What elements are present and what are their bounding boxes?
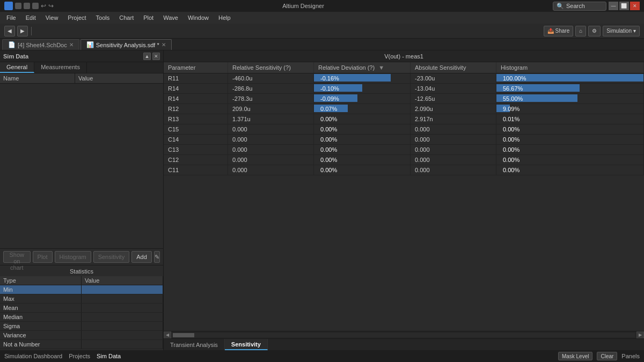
histogram-label: 55.00% <box>501 95 523 102</box>
cell-histogram: 0.00% <box>496 145 644 154</box>
stats-row-nan[interactable]: Not a Number <box>0 340 163 349</box>
bottom-scrollbar[interactable]: ◀ ▶ <box>164 331 644 338</box>
settings-button[interactable]: ⚙ <box>588 26 601 36</box>
tab-close-sensitivity[interactable]: ✕ <box>162 42 166 48</box>
table-row[interactable]: R14-286.8u-0.10%-13.04u56.67% <box>164 84 644 94</box>
left-tab-general[interactable]: General <box>0 62 34 73</box>
menu-file[interactable]: File <box>2 13 20 22</box>
cell-relative-sensitivity: 0.000 <box>228 165 314 175</box>
simulation-button[interactable]: Simulation ▾ <box>603 26 640 36</box>
stats-type-variance: Variance <box>0 331 82 339</box>
home-button[interactable]: ⌂ <box>575 26 586 36</box>
cell-relative-sensitivity: -278.3u <box>228 94 314 104</box>
col-rel-dev-label: Relative Deviation (?) <box>318 64 375 71</box>
tab-icon-sheet4: 📄 <box>8 41 16 48</box>
stats-row-mean[interactable]: Mean <box>0 304 163 313</box>
table-row[interactable]: C150.0000.00%0.0000.00% <box>164 124 644 135</box>
menu-project[interactable]: Project <box>63 13 90 22</box>
scroll-left-button[interactable]: ◀ <box>164 331 171 339</box>
share-button[interactable]: 📤 Share <box>544 26 574 36</box>
cell-relative-sensitivity: -460.0u <box>228 73 314 83</box>
menu-wave[interactable]: Wave <box>159 13 182 22</box>
tab-icon-sensitivity: 📊 <box>86 41 94 48</box>
undo-icon[interactable]: ↩ <box>41 2 46 10</box>
table-row[interactable]: C130.0000.00%0.0000.00% <box>164 145 644 155</box>
deviation-label: 0.00% <box>318 146 337 153</box>
sort-arrow-icon[interactable]: ▼ <box>378 64 384 71</box>
edit-button[interactable]: ✎ <box>154 251 160 263</box>
cell-parameter: R13 <box>164 114 228 124</box>
share-icon: 📤 <box>547 28 554 34</box>
icon3 <box>24 3 30 9</box>
status-projects[interactable]: Projects <box>69 353 90 359</box>
cell-absolute-sensitivity: 2.917n <box>411 114 496 124</box>
stats-row-median[interactable]: Median <box>0 313 163 322</box>
histogram-button[interactable]: Histogram <box>55 251 91 263</box>
cell-relative-deviation: 0.00% <box>314 114 411 124</box>
tab-sheet4[interactable]: 📄 [4] Sheet4.SchDoc ✕ <box>2 39 79 50</box>
close-button[interactable]: ✕ <box>630 2 640 10</box>
cell-parameter: C13 <box>164 145 228 154</box>
plot-button[interactable]: Plot <box>33 251 53 263</box>
left-tab-measurements[interactable]: Measurements <box>34 62 87 73</box>
menu-plot[interactable]: Plot <box>139 13 158 22</box>
toolbar: ◀ ▶ 📤 Share ⌂ ⚙ Simulation ▾ <box>0 24 644 39</box>
maximize-button[interactable]: ⬜ <box>619 2 629 10</box>
cell-parameter: C14 <box>164 135 228 144</box>
scroll-thumb[interactable] <box>173 333 194 337</box>
table-row[interactable]: R14-278.3u-0.09%-12.65u55.00% <box>164 94 644 104</box>
share-label: Share <box>555 28 570 34</box>
clear-button[interactable]: Clear <box>597 352 617 360</box>
cell-relative-sensitivity: -286.8u <box>228 84 314 93</box>
table-row[interactable]: C110.0000.00%0.0000.00% <box>164 165 644 175</box>
panel-close-button[interactable]: ✕ <box>152 53 160 60</box>
tab-sensitivity[interactable]: 📊 Sensitivity Analysis.sdf * ✕ <box>80 39 172 50</box>
toolbar-separator <box>31 27 32 35</box>
search-icon: 🔍 <box>557 3 564 10</box>
menu-chart[interactable]: Chart <box>115 13 138 22</box>
bottom-tab-sensitivity[interactable]: Sensitivity <box>225 339 268 350</box>
menu-help[interactable]: Help <box>214 13 235 22</box>
stats-row-sigma[interactable]: Sigma <box>0 322 163 331</box>
sim-data-title: Sim Data <box>3 53 28 60</box>
panel-float-button[interactable]: ▲ <box>143 53 151 60</box>
scroll-track[interactable] <box>173 333 635 337</box>
sensitivity-button[interactable]: Sensitivity <box>93 251 130 263</box>
status-sim-data[interactable]: Sim Data <box>97 353 121 359</box>
stats-row-max[interactable]: Max <box>0 294 163 304</box>
cell-relative-sensitivity: 209.0u <box>228 104 314 114</box>
tab-close-sheet4[interactable]: ✕ <box>69 42 74 48</box>
stats-type-mean: Mean <box>0 304 82 312</box>
bottom-tab-transient[interactable]: Transient Analysis <box>164 339 225 350</box>
cell-absolute-sensitivity: 0.000 <box>411 124 496 134</box>
nav-forward-button[interactable]: ▶ <box>17 26 28 36</box>
table-row[interactable]: R11-460.0u-0.16%-23.00u100.00% <box>164 73 644 84</box>
cell-absolute-sensitivity: 0.000 <box>411 155 496 165</box>
menu-tools[interactable]: Tools <box>92 13 114 22</box>
table-row[interactable]: C140.0000.00%0.0000.00% <box>164 135 644 145</box>
menu-edit[interactable]: Edit <box>21 13 40 22</box>
deviation-label: 0.00% <box>318 126 337 132</box>
scroll-right-button[interactable]: ▶ <box>636 331 644 339</box>
nav-back-button[interactable]: ◀ <box>4 26 15 36</box>
sensitivity-header: V(out) - meas1 <box>164 50 644 62</box>
menu-window[interactable]: Window <box>184 13 213 22</box>
stats-row-variance[interactable]: Variance <box>0 331 163 340</box>
col-absolute-sensitivity: Absolute Sensitivity <box>411 62 496 73</box>
cell-absolute-sensitivity: 0.000 <box>411 135 496 144</box>
menu-view[interactable]: View <box>41 13 63 22</box>
mask-level-button[interactable]: Mask Level <box>558 352 593 360</box>
table-row[interactable]: R12209.0u0.07%2.090u9.09% <box>164 104 644 114</box>
search-bar[interactable]: 🔍 Search <box>553 2 606 11</box>
redo-icon[interactable]: ↪ <box>48 2 54 10</box>
cell-relative-deviation: -0.16% <box>314 73 411 83</box>
table-row[interactable]: R131.371u0.00%2.917n0.01% <box>164 114 644 124</box>
sensitivity-table: Parameter Relative Sensitivity (?) Relat… <box>164 62 644 331</box>
status-simulation-dashboard[interactable]: Simulation Dashboard <box>4 353 62 359</box>
table-row[interactable]: C120.0000.00%0.0000.00% <box>164 155 644 165</box>
stats-value-max <box>82 294 163 303</box>
minimize-button[interactable]: — <box>609 2 618 10</box>
add-button[interactable]: Add <box>131 251 152 263</box>
show-on-chart-button[interactable]: Show on chart <box>3 251 31 263</box>
stats-row-min[interactable]: Min <box>0 285 163 294</box>
